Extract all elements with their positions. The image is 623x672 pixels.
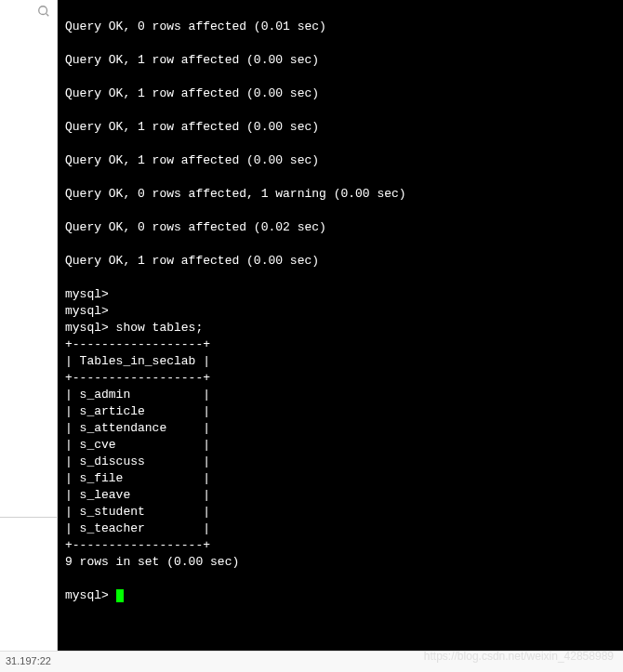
terminal-line: | s_admin |	[65, 387, 616, 403]
terminal-line	[65, 102, 616, 119]
terminal-line: +------------------+	[65, 370, 616, 387]
terminal-line: Query OK, 1 row affected (0.00 sec)	[65, 119, 616, 136]
terminal-line: | s_discuss |	[65, 454, 616, 470]
terminal-line	[65, 2, 616, 19]
terminal-line	[65, 203, 616, 219]
terminal-line	[65, 236, 616, 253]
terminal-line: Query OK, 0 rows affected, 1 warning (0.…	[65, 186, 616, 203]
terminal-line: mysql> show tables;	[65, 320, 616, 336]
svg-line-1	[46, 13, 49, 16]
terminal-line: | s_student |	[65, 504, 616, 520]
terminal-line: 9 rows in set (0.00 sec)	[65, 554, 616, 571]
terminal-line: | s_attendance |	[65, 420, 616, 437]
terminal-line: mysql>	[65, 303, 616, 320]
sidebar-panel	[0, 0, 58, 672]
terminal-line: | s_cve |	[65, 437, 616, 454]
search-button[interactable]	[34, 4, 53, 22]
terminal-line: Query OK, 1 row affected (0.00 sec)	[65, 253, 616, 270]
terminal-line: Query OK, 0 rows affected (0.02 sec)	[65, 219, 616, 236]
terminal-line: | s_teacher |	[65, 520, 616, 537]
status-text: 31.197:22	[6, 655, 51, 666]
terminal-line: | Tables_in_seclab |	[65, 353, 616, 370]
terminal-line: Query OK, 0 rows affected (0.01 sec)	[65, 19, 616, 35]
search-icon	[37, 5, 50, 22]
terminal-line: Query OK, 1 row affected (0.00 sec)	[65, 152, 616, 169]
terminal-line: | s_file |	[65, 470, 616, 487]
terminal-line	[65, 270, 616, 286]
svg-point-0	[39, 6, 47, 14]
sidebar-divider	[0, 517, 57, 518]
terminal-output[interactable]: Query OK, 0 rows affected (0.01 sec) Que…	[58, 0, 623, 651]
terminal-line: Query OK, 1 row affected (0.00 sec)	[65, 52, 616, 69]
terminal-line: +------------------+	[65, 537, 616, 554]
terminal-line	[65, 136, 616, 152]
terminal-line	[65, 571, 616, 587]
terminal-line: +------------------+	[65, 336, 616, 353]
terminal-line	[65, 35, 616, 52]
status-bar: 31.197:22	[0, 651, 623, 672]
terminal-line	[65, 69, 616, 86]
terminal-line: mysql>	[65, 286, 616, 303]
terminal-line: | s_leave |	[65, 487, 616, 504]
terminal-line: Query OK, 1 row affected (0.00 sec)	[65, 86, 616, 102]
terminal-line: | s_article |	[65, 403, 616, 420]
terminal-line	[65, 169, 616, 186]
terminal-line: mysql>	[65, 587, 616, 604]
terminal-cursor	[116, 589, 124, 602]
